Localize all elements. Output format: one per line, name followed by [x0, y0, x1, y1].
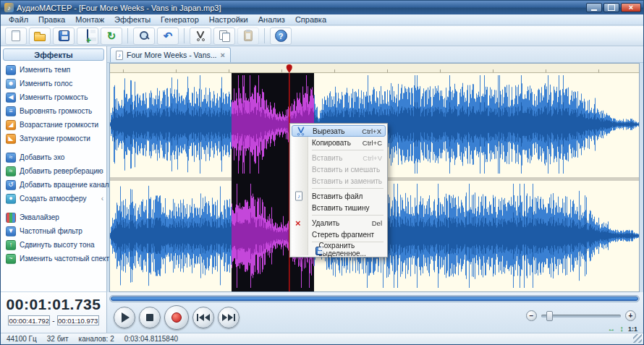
maximize-button[interactable] [603, 3, 619, 12]
paste-icon [244, 30, 253, 41]
sidebar-item-label: Изменить голос [20, 80, 72, 88]
sidebar-item-label: Изменить темп [20, 66, 70, 74]
zoom-out-button[interactable]: − [526, 310, 537, 321]
paste-button[interactable] [237, 27, 259, 45]
menu-edit[interactable]: Правка [33, 15, 70, 24]
sidebar-item-label: Сдвинуть высоту тона [20, 241, 95, 249]
stop-button[interactable] [139, 307, 161, 328]
selection-range-dash: - [52, 317, 54, 325]
convert-button[interactable]: ↻ [101, 27, 122, 45]
insert-file-icon: ♪ [295, 192, 302, 201]
zoom-slider[interactable] [541, 315, 621, 318]
echo-icon [6, 153, 16, 163]
menu-file[interactable]: Файл [4, 15, 33, 24]
submenu-arrow-icon: ‹ [101, 195, 103, 203]
sidebar-item-create-atmosphere[interactable]: Создать атмосферу‹ [1, 192, 106, 205]
time-panel: 00:01:01.735 00:00:41.792 - 00:01:10.973 [1, 291, 107, 334]
menu-analysis[interactable]: Анализ [253, 15, 290, 24]
effects-panel-header[interactable]: Эффекты [3, 48, 104, 61]
save-as-button[interactable]: + [77, 27, 98, 45]
sidebar-item-frequency-spectrum[interactable]: Изменить частотный спектр [1, 252, 106, 265]
help-button[interactable] [270, 27, 292, 45]
skip-back-icon [197, 314, 210, 321]
sidebar-item-fade-out[interactable]: Затухание громкости [1, 132, 106, 145]
toolbar-separator [127, 28, 128, 43]
status-channels: каналов: 2 [79, 335, 114, 343]
sidebar-item-label: Частотный фильтр [20, 227, 82, 235]
save-button[interactable] [53, 27, 75, 45]
sidebar-item-change-voice[interactable]: Изменить голос [1, 77, 106, 90]
menu-effects[interactable]: Эффекты [109, 15, 156, 24]
selection-end-field[interactable]: 00:01:10.973 [57, 315, 99, 325]
sidebar-item-add-reverb[interactable]: Добавить реверберацию‹ [1, 164, 106, 178]
skip-back-button[interactable] [192, 307, 214, 328]
fit-vertical-icon[interactable]: ↕ [619, 325, 624, 333]
record-icon [171, 312, 182, 323]
scrollbar-thumb[interactable] [111, 297, 638, 301]
record-button[interactable] [164, 305, 189, 330]
app-window: ♪ АудиоМАСТЕР - [Four More Weeks - Vans … [0, 0, 644, 345]
resize-grip[interactable] [633, 334, 642, 343]
sidebar-item-equalizer[interactable]: Эквалайзер [1, 210, 106, 224]
menu-montage[interactable]: Монтаж [70, 15, 109, 24]
horizontal-scrollbar[interactable] [109, 295, 640, 302]
tab-close-icon[interactable]: × [220, 51, 224, 59]
sidebar-item-normalize-volume[interactable]: Выровнять громкость [1, 104, 106, 118]
context-item-label: Вставить и смешать [312, 166, 380, 174]
magnifier-icon [139, 30, 150, 41]
context-item-insert-file[interactable]: ♪ Вставить файл [292, 190, 386, 202]
sidebar-item-label: Добавить реверберацию [20, 167, 103, 175]
stop-icon [146, 314, 153, 321]
context-item-delete[interactable]: × Удалить Del [292, 217, 386, 229]
menu-settings[interactable]: Настройки [204, 15, 253, 24]
copy-button[interactable] [213, 27, 235, 45]
open-folder-icon [34, 34, 46, 41]
tab-label: Four More Weeks - Vans... [127, 51, 216, 59]
sidebar-item-add-echo[interactable]: Добавить эхо [1, 150, 106, 164]
undo-button[interactable]: ↶ [157, 27, 179, 45]
menu-help[interactable]: Справка [290, 15, 331, 24]
speaker-icon [6, 93, 16, 103]
tab-current-file[interactable]: ♪ Four More Weeks - Vans... × [110, 47, 231, 62]
atmosphere-icon [6, 194, 16, 204]
context-item-insert-silence[interactable]: Вставить тишину [292, 202, 386, 213]
close-button[interactable] [621, 3, 641, 12]
context-item-save-selection[interactable]: Сохранить выделенное... [292, 244, 386, 255]
open-file-button[interactable] [29, 27, 51, 45]
tab-bar: ♪ Four More Weeks - Vans... × [107, 46, 643, 63]
sidebar-item-pitch-shift[interactable]: Сдвинуть высоту тона [1, 238, 106, 252]
minimize-button[interactable] [586, 3, 602, 12]
sidebar-item-fade-in[interactable]: Возрастание громкости [1, 118, 106, 132]
context-item-shortcut: Ctrl+X [356, 127, 381, 135]
context-item-label: Удалить [312, 219, 339, 227]
level-bars-icon [6, 106, 16, 116]
new-file-button[interactable] [5, 27, 27, 45]
zoom-in-button[interactable]: + [625, 310, 636, 321]
save-icon [59, 30, 69, 41]
zoom-1to1-button[interactable]: 1:1 [628, 325, 637, 333]
sidebar-item-label: Добавить эхо [20, 153, 64, 161]
sidebar-item-frequency-filter[interactable]: Частотный фильтр [1, 224, 106, 238]
menu-bar: Файл Правка Монтаж Эффекты Генератор Нас… [1, 14, 643, 25]
submenu-arrow-icon: ‹ [101, 182, 103, 189]
play-icon [122, 312, 130, 323]
context-item-label: Вставить тишину [312, 204, 369, 212]
fit-horizontal-icon[interactable]: ↔ [607, 325, 615, 333]
zoom-slider-thumb[interactable] [546, 311, 553, 321]
context-item-copy[interactable]: Копировать Ctrl+C [292, 137, 386, 148]
plus-icon: + [86, 35, 91, 46]
selection-start-field[interactable]: 00:00:41.792 [8, 315, 50, 325]
zoom-tool-button[interactable] [133, 27, 155, 45]
toolbar-separator [264, 28, 265, 43]
sidebar-item-change-tempo[interactable]: Изменить темп [1, 63, 106, 77]
sidebar-item-channel-rotation[interactable]: Добавить вращение каналов‹ [1, 178, 106, 192]
skip-forward-button[interactable] [218, 307, 240, 328]
play-button[interactable] [114, 307, 135, 328]
context-item-cut[interactable]: Вырезать Ctrl+X [292, 125, 386, 137]
status-duration: 0:03:04.8115840 [124, 335, 178, 343]
context-item-label: Вырезать [313, 127, 344, 135]
menu-generator[interactable]: Генератор [156, 15, 204, 24]
sidebar-item-change-volume[interactable]: Изменить громкость [1, 90, 106, 104]
context-item-erase-fragment[interactable]: Стереть фрагмент [292, 229, 386, 240]
cut-button[interactable] [190, 27, 211, 45]
